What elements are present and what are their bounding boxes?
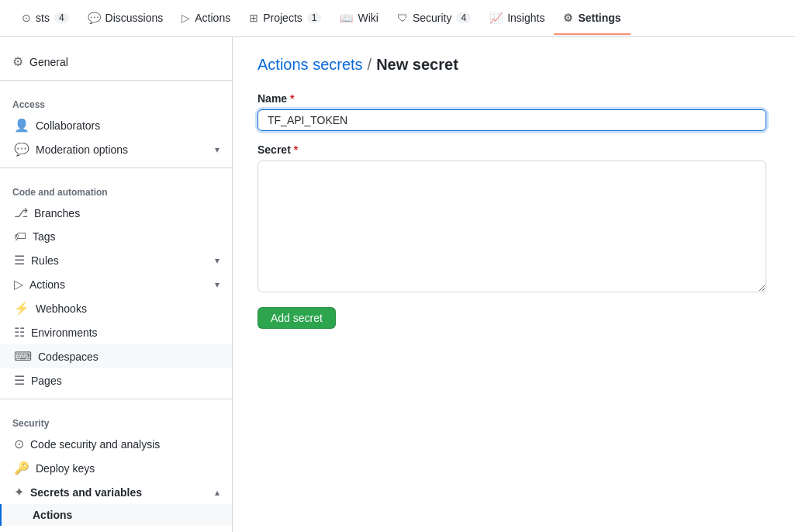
nav-item-projects[interactable]: ⊞ Projects 1 bbox=[240, 2, 330, 35]
name-form-group: Name * bbox=[258, 92, 766, 131]
webhooks-icon: ⚡ bbox=[14, 301, 29, 316]
sidebar-item-environments[interactable]: ☷ Environments bbox=[0, 320, 232, 344]
nav-item-discussions[interactable]: 💬 Discussions bbox=[78, 2, 173, 35]
sidebar-divider-1 bbox=[0, 80, 232, 81]
sidebar-divider-3 bbox=[0, 399, 232, 399]
sidebar-item-deploy-keys[interactable]: 🔑 Deploy keys bbox=[0, 456, 232, 480]
nav-item-wiki[interactable]: 📖 Wiki bbox=[330, 2, 387, 35]
chevron-down-icon-actions: ▾ bbox=[215, 279, 219, 290]
page-header: Actions secrets / New secret bbox=[258, 56, 766, 74]
collaborators-icon: 👤 bbox=[14, 118, 29, 133]
sidebar-item-pages[interactable]: ☰ Pages bbox=[0, 368, 232, 392]
new-secret-form: Name * Secret * Add secret bbox=[258, 92, 766, 329]
nav-item-security[interactable]: 🛡 Security 4 bbox=[388, 2, 480, 35]
name-input[interactable] bbox=[258, 109, 766, 131]
security-icon: 🛡 bbox=[397, 12, 408, 24]
breadcrumb-separator: / bbox=[368, 56, 372, 74]
sidebar: ⚙ General Access 👤 Collaborators 💬 Moder… bbox=[0, 37, 233, 532]
chevron-down-icon: ▾ bbox=[215, 144, 219, 155]
environments-icon: ☷ bbox=[14, 325, 25, 340]
secret-form-group: Secret * bbox=[258, 143, 766, 295]
page-layout: ⚙ General Access 👤 Collaborators 💬 Moder… bbox=[0, 37, 795, 532]
breadcrumb-current: New secret bbox=[376, 56, 458, 74]
secret-label: Secret * bbox=[258, 143, 766, 156]
nav-item-actions[interactable]: ▷ Actions bbox=[172, 2, 240, 35]
sidebar-item-actions[interactable]: ▷ Actions ▾ bbox=[0, 272, 232, 296]
nav-item-issues[interactable]: ⊙ sts 4 bbox=[12, 2, 78, 35]
general-icon: ⚙ bbox=[12, 54, 23, 69]
sidebar-item-branches[interactable]: ⎇ Branches bbox=[0, 201, 232, 225]
codespaces-icon: ⌨ bbox=[14, 349, 32, 364]
sidebar-divider-2 bbox=[0, 168, 232, 168]
sidebar-item-code-security[interactable]: ⊙ Code security and analysis bbox=[0, 432, 232, 456]
sidebar-section-code-automation: Code and automation bbox=[0, 174, 232, 201]
settings-icon: ⚙ bbox=[563, 12, 573, 24]
nav-item-insights[interactable]: 📈 Insights bbox=[480, 2, 554, 35]
code-security-icon: ⊙ bbox=[14, 437, 24, 451]
name-label: Name * bbox=[258, 92, 766, 105]
chevron-up-icon: ▴ bbox=[215, 487, 219, 498]
add-secret-button[interactable]: Add secret bbox=[258, 307, 336, 329]
sidebar-item-codespaces-sub[interactable]: Codespaces bbox=[0, 526, 232, 532]
rules-icon: ☰ bbox=[14, 253, 25, 268]
breadcrumb-link[interactable]: Actions secrets bbox=[258, 56, 363, 74]
branches-icon: ⎇ bbox=[14, 206, 28, 220]
deploy-keys-icon: 🔑 bbox=[14, 461, 29, 475]
sidebar-item-actions-sub[interactable]: Actions bbox=[0, 504, 232, 526]
secrets-icon: ✦ bbox=[14, 485, 24, 499]
sidebar-item-collaborators[interactable]: 👤 Collaborators bbox=[0, 113, 232, 137]
sidebar-item-webhooks[interactable]: ⚡ Webhooks bbox=[0, 296, 232, 320]
discussions-icon: 💬 bbox=[88, 12, 101, 24]
sidebar-item-secrets-variables[interactable]: ✦ Secrets and variables ▴ bbox=[0, 480, 232, 504]
insights-icon: 📈 bbox=[489, 12, 503, 24]
sidebar-section-security: Security bbox=[0, 406, 232, 432]
sidebar-section-access: Access bbox=[0, 87, 232, 113]
top-nav: ⊙ sts 4 💬 Discussions ▷ Actions ⊞ Projec… bbox=[0, 0, 795, 37]
secret-textarea[interactable] bbox=[258, 161, 766, 292]
actions-nav-icon: ▷ bbox=[14, 277, 23, 292]
sidebar-item-rules[interactable]: ☰ Rules ▾ bbox=[0, 248, 232, 272]
sidebar-item-codespaces[interactable]: ⌨ Codespaces bbox=[0, 344, 232, 368]
issues-icon: ⊙ bbox=[22, 12, 31, 24]
main-content: Actions secrets / New secret Name * Secr… bbox=[233, 37, 791, 532]
actions-icon: ▷ bbox=[181, 12, 190, 24]
chevron-down-icon-rules: ▾ bbox=[215, 255, 219, 266]
nav-item-settings[interactable]: ⚙ Settings bbox=[554, 2, 630, 35]
tags-icon: 🏷 bbox=[14, 230, 26, 244]
projects-icon: ⊞ bbox=[249, 12, 258, 24]
pages-icon: ☰ bbox=[14, 373, 25, 388]
sidebar-item-general[interactable]: ⚙ General bbox=[0, 50, 232, 74]
sidebar-item-tags[interactable]: 🏷 Tags bbox=[0, 225, 232, 248]
moderation-icon: 💬 bbox=[14, 142, 29, 157]
sidebar-item-moderation-options[interactable]: 💬 Moderation options ▾ bbox=[0, 137, 232, 161]
wiki-icon: 📖 bbox=[340, 12, 353, 24]
